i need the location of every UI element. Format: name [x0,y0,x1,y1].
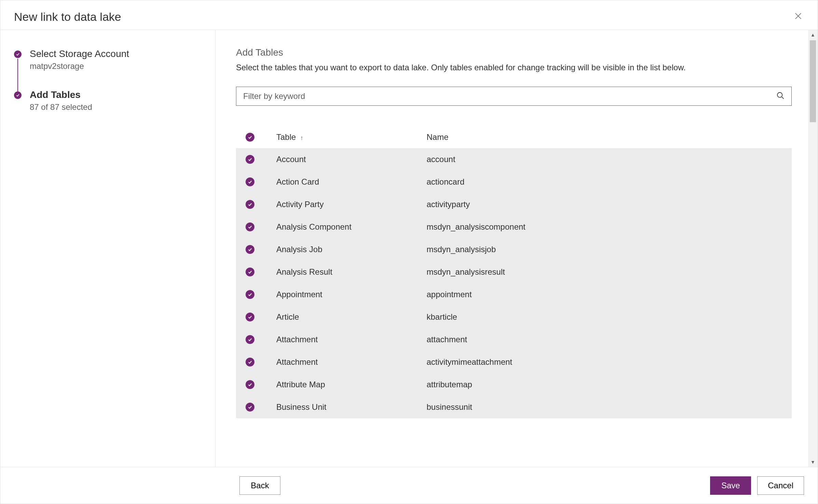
sort-asc-icon: ↑ [300,134,303,141]
scrollbar[interactable]: ▲ ▼ [808,30,818,467]
table-row[interactable]: Action Cardactioncard [236,171,792,193]
scroll-down-icon[interactable]: ▼ [808,457,818,467]
table-row[interactable]: Appointmentappointment [236,283,792,306]
close-button[interactable] [792,10,804,24]
step-tables-sub: 87 of 87 selected [30,102,215,112]
back-button[interactable]: Back [239,476,280,495]
dialog-footer: Back Save Cancel [0,467,818,504]
tables-grid: Table ↑ Name AccountaccountAction Cardac… [236,126,792,418]
table-row[interactable]: Analysis Jobmsdyn_analysisjob [236,238,792,261]
wizard-step-storage[interactable]: Select Storage Account matpv2storage [14,48,215,71]
grid-header: Table ↑ Name [236,126,792,148]
row-table-label: Analysis Job [276,245,427,254]
dialog-title: New link to data lake [14,10,121,24]
row-name-label: account [427,155,782,164]
row-checkbox[interactable] [246,268,254,276]
row-name-label: kbarticle [427,312,782,322]
search-input[interactable] [243,91,776,101]
table-row[interactable]: Articlekbarticle [236,306,792,328]
row-checkbox[interactable] [246,290,254,299]
col-header-table[interactable]: Table ↑ [276,132,427,142]
svg-point-2 [777,92,782,97]
dialog-header: New link to data lake [0,0,818,30]
row-checkbox[interactable] [246,200,254,209]
row-checkbox[interactable] [246,222,254,231]
scroll-up-icon[interactable]: ▲ [808,30,818,40]
row-name-label: activityparty [427,200,782,209]
row-table-label: Action Card [276,177,427,187]
check-icon [14,91,22,99]
search-box[interactable] [236,87,792,106]
grid-body: AccountaccountAction CardactioncardActiv… [236,148,792,418]
table-row[interactable]: Accountaccount [236,148,792,171]
main-panel: Add Tables Select the tables that you wa… [216,30,818,467]
save-button[interactable]: Save [710,476,751,495]
row-table-label: Attachment [276,357,427,367]
row-checkbox[interactable] [246,155,254,164]
wizard-step-tables[interactable]: Add Tables 87 of 87 selected [14,89,215,112]
row-table-label: Activity Party [276,200,427,209]
row-checkbox[interactable] [246,245,254,254]
row-name-label: businessunit [427,402,782,412]
row-name-label: actioncard [427,177,782,187]
panel-title: Add Tables [236,47,792,58]
panel-description: Select the tables that you want to expor… [236,63,792,72]
row-table-label: Appointment [276,290,427,299]
row-table-label: Article [276,312,427,322]
close-icon [794,11,802,22]
table-row[interactable]: Activity Partyactivityparty [236,193,792,216]
step-storage-sub: matpv2storage [30,61,215,71]
svg-line-3 [782,97,784,99]
cancel-button[interactable]: Cancel [757,476,804,495]
row-name-label: activitymimeattachment [427,357,782,367]
row-table-label: Business Unit [276,402,427,412]
row-checkbox[interactable] [246,177,254,186]
scroll-thumb[interactable] [810,40,816,122]
row-table-label: Attribute Map [276,380,427,389]
search-icon [776,91,785,101]
row-table-label: Analysis Result [276,267,427,277]
row-checkbox[interactable] [246,313,254,321]
table-row[interactable]: Attribute Mapattributemap [236,373,792,396]
table-row[interactable]: Business Unitbusinessunit [236,396,792,418]
step-tables-title: Add Tables [30,89,215,100]
table-row[interactable]: Attachmentactivitymimeattachment [236,351,792,373]
check-icon [14,51,22,58]
row-table-label: Attachment [276,335,427,344]
row-checkbox[interactable] [246,335,254,344]
table-row[interactable]: Attachmentattachment [236,328,792,351]
dialog: New link to data lake Select Storage Acc… [0,0,818,504]
row-name-label: appointment [427,290,782,299]
table-row[interactable]: Analysis Componentmsdyn_analysiscomponen… [236,216,792,238]
row-name-label: attachment [427,335,782,344]
select-all-checkbox[interactable] [246,133,254,142]
wizard-sidebar: Select Storage Account matpv2storage Add… [0,30,216,467]
row-checkbox[interactable] [246,403,254,412]
row-checkbox[interactable] [246,380,254,389]
table-row[interactable]: Analysis Resultmsdyn_analysisresult [236,261,792,283]
col-header-table-label: Table [276,132,296,142]
step-storage-title: Select Storage Account [30,48,215,59]
dialog-body: Select Storage Account matpv2storage Add… [0,30,818,467]
row-name-label: attributemap [427,380,782,389]
row-checkbox[interactable] [246,358,254,366]
row-table-label: Account [276,155,427,164]
row-name-label: msdyn_analysisresult [427,267,782,277]
row-name-label: msdyn_analysiscomponent [427,222,782,232]
col-header-name[interactable]: Name [427,132,782,142]
row-table-label: Analysis Component [276,222,427,232]
row-name-label: msdyn_analysisjob [427,245,782,254]
